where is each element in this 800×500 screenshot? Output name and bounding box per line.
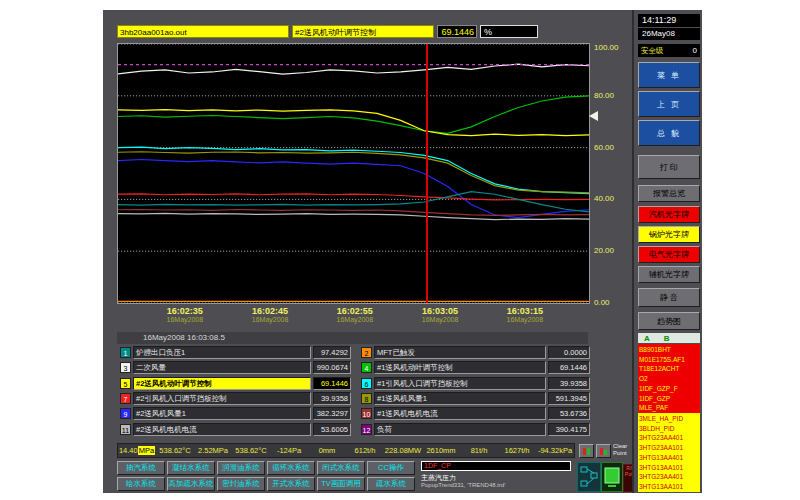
point-unit-field: % — [480, 25, 538, 38]
legend-row[interactable]: 2MFT已触发0.0000 — [361, 346, 593, 359]
pen-number-box[interactable]: 7 — [120, 393, 131, 404]
pen-name[interactable]: 炉膛出口负压1 — [133, 346, 311, 359]
pen-name[interactable]: MFT已触发 — [374, 346, 546, 359]
pen-number-box[interactable]: 3 — [120, 362, 131, 373]
pen-number-box[interactable]: 11 — [120, 424, 131, 435]
alarm-item[interactable]: MLE_PAF — [639, 403, 699, 413]
pen-number-box[interactable]: 5 — [120, 378, 131, 389]
message-line-source: PopupTrend331, 'TREND48.trd' — [421, 482, 581, 488]
alarm-item[interactable]: B8901BHT — [639, 345, 699, 355]
alarm-item[interactable]: 3HTG23AA101 — [639, 443, 699, 453]
trend-curve — [118, 96, 589, 134]
pen-name[interactable]: #1送风机电机电流 — [374, 407, 546, 420]
status-value: -94.32kPa — [536, 446, 574, 455]
nav-button[interactable]: 给水系统 — [117, 477, 165, 491]
trend-chart[interactable] — [117, 43, 590, 304]
status-value: 1627t/h — [498, 446, 536, 455]
status-value: 0mm — [308, 446, 346, 455]
pen-number-box[interactable]: 10 — [361, 408, 372, 419]
sidebar-button[interactable]: 打 印 — [638, 155, 700, 179]
alarm-item[interactable]: 3BLDH_PID — [639, 424, 699, 434]
point-group-a-button[interactable] — [579, 444, 594, 458]
pen-name[interactable]: #2送风机动叶调节控制 — [133, 377, 311, 390]
sidebar-button[interactable]: 趋势图 — [638, 312, 700, 330]
legend-row[interactable]: 11#2送风机电机电流53.6005 — [120, 423, 352, 436]
pen-number-box[interactable]: 4 — [361, 362, 372, 373]
pen-name[interactable]: #2送风机电机电流 — [133, 423, 311, 436]
alarm-item[interactable]: 1IDF_GZP_F — [639, 384, 699, 394]
status-value: 81t/h — [460, 446, 498, 455]
nav-button[interactable]: 循环水系统 — [267, 461, 315, 475]
status-value: 14.40MPa — [118, 446, 156, 455]
pen-name[interactable]: #2引风机入口调节挡板控制 — [133, 392, 311, 405]
pen-name[interactable]: 负荷 — [374, 423, 546, 436]
nav-button[interactable]: 抽汽系统 — [117, 461, 165, 475]
alarm-item[interactable]: T18E12ACHT — [639, 364, 699, 374]
point-tag-field[interactable]: 3hb20aa001ao.out — [117, 25, 289, 38]
sidebar-button[interactable]: 上 页 — [638, 91, 700, 117]
pen-number-box[interactable]: 6 — [361, 378, 372, 389]
legend-row[interactable]: 12负荷390.4175 — [361, 423, 593, 436]
red-green-bars-icon — [599, 447, 608, 456]
legend-row[interactable]: 10#1送风机电机电流53.6736 — [361, 407, 593, 420]
legend-row[interactable]: 1炉膛出口负压197.4292 — [120, 346, 352, 359]
sidebar-button[interactable]: 总 貌 — [638, 120, 700, 146]
legend-row[interactable]: 8#1送风机风量1591.3945 — [361, 392, 593, 405]
pen-name[interactable]: #1送风机动叶调节控制 — [374, 361, 546, 374]
nav-button[interactable]: 闭式水系统 — [317, 461, 365, 475]
legend-row[interactable]: 6#1引风机入口调节挡板控制39.9358 — [361, 377, 593, 390]
command-entry-field[interactable]: 1DF_CP — [421, 461, 571, 471]
network-nodes-icon[interactable] — [577, 462, 601, 492]
point-description-field[interactable]: #2送风机动叶调节控制 — [292, 25, 434, 38]
sidebar-button[interactable]: 汽机光字牌 — [638, 206, 700, 223]
nav-button[interactable]: CC操作 — [367, 461, 415, 475]
nav-button[interactable]: 开式水系统 — [267, 477, 315, 491]
pen-number-box[interactable]: 9 — [120, 408, 131, 419]
alarm-item[interactable]: 3MLE_HA_PID — [639, 414, 699, 424]
pen-name[interactable]: 二次风量 — [133, 361, 311, 374]
legend-row[interactable]: 5#2送风机动叶调节控制69.1446 — [120, 377, 352, 390]
status-value: -124Pa — [270, 446, 308, 455]
nav-button[interactable]: 凝结水系统 — [167, 461, 215, 475]
sidebar-button[interactable]: 报警总览 — [638, 185, 700, 202]
legend-row[interactable]: 9#2送风机风量1382.3297 — [120, 407, 352, 420]
point-group-b-button[interactable] — [596, 444, 611, 458]
sidebar: 14:11:29 26May08 安全级 0 菜 单上 页总 貌打 印报警总览汽… — [632, 10, 702, 493]
alarm-item[interactable]: 1IDF_GZP — [639, 394, 699, 404]
clear-point-label[interactable]: Clear Point — [613, 443, 633, 459]
trend-curves — [118, 44, 589, 303]
monitor-icon[interactable] — [601, 462, 623, 492]
status-value: 612t/h — [346, 446, 384, 455]
pen-name[interactable]: #1引风机入口调节挡板控制 — [374, 377, 546, 390]
alarm-item[interactable]: 3HTG13AA401 — [639, 453, 699, 463]
sidebar-button[interactable]: 锅炉光字牌 — [638, 226, 700, 243]
sidebar-button[interactable]: 辅机光字牌 — [638, 266, 700, 283]
pen-number-box[interactable]: 12 — [361, 424, 372, 435]
nav-button[interactable]: 高加疏水系统 — [167, 477, 215, 491]
pen-name[interactable]: #1送风机风量1 — [374, 392, 546, 405]
alarm-item[interactable]: O2 — [639, 374, 699, 384]
time-cursor-line[interactable] — [426, 44, 428, 303]
alarm-item[interactable]: 3HTG23AA401 — [639, 472, 699, 482]
nav-button[interactable]: 疏水系统 — [367, 477, 415, 491]
legend-row[interactable]: 3二次风量990.0674 — [120, 361, 352, 374]
alarm-item[interactable]: M01E175S.AF1 — [639, 355, 699, 365]
point-value-readout: 69.1446 — [437, 25, 477, 38]
pen-number-box[interactable]: 2 — [361, 347, 372, 358]
nav-button[interactable]: 润滑油系统 — [217, 461, 265, 475]
sidebar-button[interactable]: 菜 单 — [638, 62, 700, 88]
nav-button[interactable]: 密封油系统 — [217, 477, 265, 491]
legend-row[interactable]: 4#1送风机动叶调节控制69.1446 — [361, 361, 593, 374]
pen-number-box[interactable]: 8 — [361, 393, 372, 404]
sidebar-button[interactable]: 静 音 — [638, 288, 700, 307]
alarm-list-acknowledged[interactable]: 3MLE_HA_PID3BLDH_PID3HTG23AA4013HTG23AA1… — [638, 413, 700, 492]
sidebar-button[interactable]: 电气光字牌 — [638, 246, 700, 263]
pen-number-box[interactable]: 1 — [120, 347, 131, 358]
alarm-item[interactable]: 3HTG13AA101 — [639, 463, 699, 473]
pen-name[interactable]: #2送风机风量1 — [133, 407, 311, 420]
nav-button[interactable]: TV画面调用 — [317, 477, 365, 491]
legend-row[interactable]: 7#2引风机入口调节挡板控制39.9358 — [120, 392, 352, 405]
alarm-item[interactable]: 3HTG13AA101 — [639, 482, 699, 492]
alarm-item[interactable]: 3HTG23AA401 — [639, 433, 699, 443]
alarm-list-active[interactable]: B8901BHTM01E175S.AF1T18E12ACHTO21IDF_GZP… — [638, 344, 700, 413]
